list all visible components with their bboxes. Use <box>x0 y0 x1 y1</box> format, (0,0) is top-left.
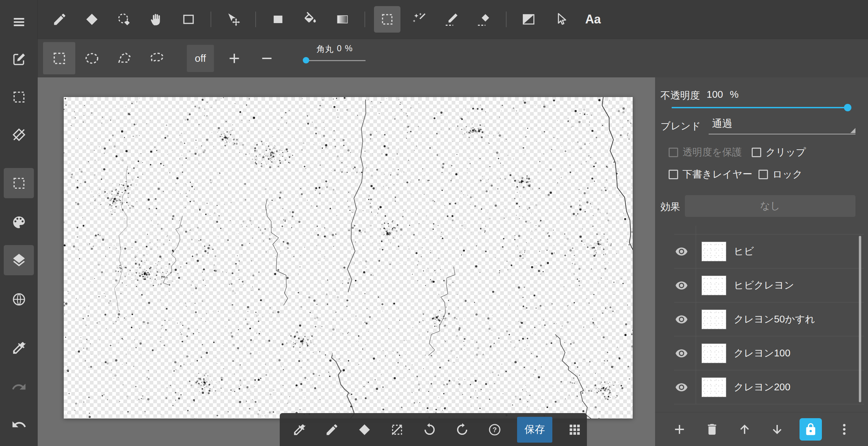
edit-canvas-button[interactable] <box>4 44 34 74</box>
marquee-polygon-icon <box>116 50 133 67</box>
toolbar-divider <box>208 6 214 33</box>
main-toolbar: Aa <box>38 0 868 39</box>
layer-row[interactable]: クレヨン100 <box>674 336 864 370</box>
bucket-fill-button[interactable] <box>297 6 323 33</box>
layer-thumbnail <box>702 242 726 261</box>
layer-visibility-toggle[interactable] <box>674 346 689 361</box>
select-lasso-button[interactable] <box>141 42 173 74</box>
draft-layer-checkbox[interactable]: 下書きレイヤー <box>669 168 752 181</box>
eyedropper-sidebar-button[interactable] <box>4 333 34 363</box>
layer-name: ヒビ <box>734 245 754 258</box>
pen-tool-button[interactable] <box>46 6 73 33</box>
layer-visibility-toggle[interactable] <box>674 244 689 259</box>
opacity-slider[interactable] <box>672 104 850 111</box>
eyedropper-button[interactable] <box>289 420 310 440</box>
layer-visibility-toggle[interactable] <box>674 380 689 395</box>
canvas-document[interactable] <box>64 97 633 419</box>
blend-select[interactable]: 通過 <box>709 113 855 134</box>
grid-menu-button[interactable] <box>565 420 585 440</box>
rotate-right-icon <box>455 423 469 437</box>
corner-radius-slider[interactable] <box>303 57 366 64</box>
move-tool-button[interactable] <box>220 6 246 33</box>
material-button[interactable] <box>4 284 34 314</box>
rotate-right-button[interactable] <box>452 420 472 440</box>
layer-row[interactable]: ヒビ <box>674 235 864 268</box>
layer-thumbnail <box>702 377 726 397</box>
layer-row[interactable]: クレヨン200 <box>674 370 864 404</box>
eraser-tool-button[interactable] <box>79 6 105 33</box>
lock-layer-button[interactable] <box>800 418 822 441</box>
gradient-icon <box>335 12 350 27</box>
selection-toolbar: off 角丸 0 % <box>38 39 868 77</box>
palette-button[interactable] <box>4 207 34 237</box>
select-ellipse-button[interactable] <box>76 42 108 74</box>
pen-button[interactable] <box>322 420 342 440</box>
lock-checkbox[interactable]: ロック <box>758 168 803 181</box>
undo-button[interactable] <box>4 409 34 440</box>
help-button[interactable]: ? <box>485 420 505 440</box>
svg-text:?: ? <box>493 426 497 433</box>
opacity-unit: % <box>730 89 738 103</box>
eye-icon <box>675 279 688 292</box>
opacity-slider-handle[interactable] <box>844 104 851 111</box>
layer-name: クレヨン50かすれ <box>734 313 815 326</box>
select-pen-button[interactable] <box>438 6 465 33</box>
move-layer-down-button[interactable] <box>767 419 787 440</box>
layer-list: ヒビ ヒビクレヨン クレヨン50かすれ クレヨン100 クレヨン200 <box>655 226 868 404</box>
snap-off-button[interactable]: off <box>187 45 214 72</box>
effect-select[interactable]: なし <box>685 195 855 217</box>
add-layer-button[interactable] <box>669 419 690 440</box>
eye-icon <box>675 245 688 258</box>
pointer-tool-button[interactable] <box>548 6 574 33</box>
toolbar-divider <box>252 6 259 33</box>
select-polygon-button[interactable] <box>108 42 140 74</box>
more-options-button[interactable] <box>834 419 854 440</box>
corner-radius-control: 角丸 0 % <box>303 39 366 78</box>
eraser-button[interactable] <box>354 420 375 440</box>
globe-icon <box>11 292 27 307</box>
move-layer-up-button[interactable] <box>734 419 755 440</box>
lasso-eraser-button[interactable] <box>111 6 137 33</box>
gradient-tool-button[interactable] <box>329 6 356 33</box>
clip-checkbox[interactable]: クリップ <box>752 146 806 159</box>
magic-wand-button[interactable] <box>406 6 433 33</box>
rectangle-tool-button[interactable] <box>175 6 202 33</box>
corner-slider-track[interactable] <box>303 60 366 61</box>
rectangle-icon <box>181 12 196 27</box>
move-icon <box>226 12 241 27</box>
left-sidebar <box>0 0 38 446</box>
select-tool-button[interactable] <box>374 6 400 33</box>
hand-tool-button[interactable] <box>143 6 170 33</box>
menu-button[interactable] <box>4 7 34 37</box>
layer-row[interactable]: ヒビクレヨン <box>674 268 864 302</box>
text-tool-button[interactable]: Aa <box>580 6 606 33</box>
redo-button[interactable] <box>4 372 34 402</box>
select-rect-button[interactable] <box>4 82 34 112</box>
select-rectangle-button[interactable] <box>43 42 75 74</box>
layer-row[interactable]: クレヨン50かすれ <box>674 302 864 336</box>
layers-button[interactable] <box>4 245 34 275</box>
delete-layer-button[interactable] <box>702 419 722 440</box>
deselect-button[interactable] <box>387 420 407 440</box>
zoom-out-button[interactable] <box>254 45 280 72</box>
layer-visibility-toggle[interactable] <box>674 312 689 327</box>
toolbar-divider <box>361 6 368 33</box>
fill-rectangle-button[interactable] <box>265 6 291 33</box>
hand-icon <box>149 12 164 27</box>
transform-button[interactable] <box>4 119 34 150</box>
layer-visibility-toggle[interactable] <box>674 278 689 293</box>
rotate-left-button[interactable] <box>419 420 440 440</box>
texture-artwork <box>64 97 633 419</box>
lock-label: ロック <box>772 168 803 181</box>
save-button[interactable]: 保存 <box>517 417 552 443</box>
checkbox-box <box>669 148 678 157</box>
arrow-down-icon <box>770 422 784 436</box>
select-eraser-button[interactable] <box>471 6 497 33</box>
opacity-slider-track[interactable] <box>672 107 850 108</box>
zoom-in-button[interactable] <box>221 45 248 72</box>
divide-tool-button[interactable] <box>515 6 542 33</box>
protect-alpha-checkbox[interactable]: 透明度を保護 <box>669 146 742 159</box>
corner-slider-handle[interactable] <box>303 57 309 63</box>
marquee-panel-button[interactable] <box>4 168 34 198</box>
layer-list-scrollbar[interactable] <box>859 236 861 402</box>
